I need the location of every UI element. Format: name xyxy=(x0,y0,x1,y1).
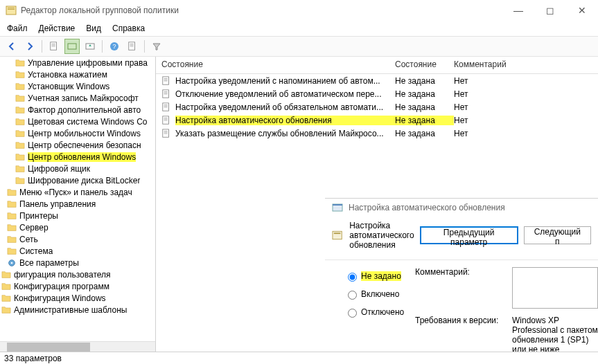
tree-item-label: Все параметры xyxy=(19,258,79,268)
col-header-name[interactable]: Состояние xyxy=(161,60,395,69)
list-row[interactable]: Настройка уведомлений с напоминанием об … xyxy=(156,74,598,87)
tree-item[interactable]: Управление цифровыми права xyxy=(0,57,155,69)
tool-icon-1[interactable] xyxy=(46,39,62,54)
tree-item[interactable]: Сервер xyxy=(0,221,155,233)
tree-item[interactable]: Сеть xyxy=(0,233,155,245)
list-pane: Состояние Состояние Комментарий Настройк… xyxy=(156,57,598,352)
menu-help[interactable]: Справка xyxy=(112,24,145,33)
cell-name: Настройка уведомлений об обязательном ав… xyxy=(175,102,395,112)
folder-icon xyxy=(15,176,25,185)
requirements-value: Windows XP Professional с пакетом обновл… xyxy=(512,316,598,352)
tree-item[interactable]: Принтеры xyxy=(0,210,155,221)
cell-comment: Нет xyxy=(454,116,468,125)
settings-icon xyxy=(7,258,17,268)
dialog-heading: Настройка автоматического обновления xyxy=(349,221,414,250)
radio-not-set[interactable]: Не задано xyxy=(344,267,415,285)
folder-icon xyxy=(1,270,11,280)
list-row[interactable]: Настройка уведомлений об обязательном ав… xyxy=(156,100,598,113)
tree-item[interactable]: Фактор дополнительной авто xyxy=(0,104,155,116)
list-row[interactable]: Отключение уведомлений об автоматическом… xyxy=(156,87,598,100)
toolbar: ? xyxy=(0,36,598,57)
policy-icon xyxy=(161,89,171,99)
menu-view[interactable]: Вид xyxy=(86,24,101,33)
radio-disabled[interactable]: Отключено xyxy=(344,303,415,321)
dialog-wintitle: Настройка автоматического обновления xyxy=(349,203,505,212)
tree-item-label: Учетная запись Майкрософт xyxy=(28,93,139,103)
tree-item[interactable]: Учетная запись Майкрософт xyxy=(0,92,155,104)
tree-item[interactable]: Административные шаблоны xyxy=(0,304,155,316)
svg-rect-8 xyxy=(8,9,15,10)
tree-item-label: фигурация пользователя xyxy=(14,270,111,280)
folder-icon xyxy=(7,235,17,244)
col-header-comment[interactable]: Комментарий xyxy=(454,60,507,69)
help-icon[interactable]: ? xyxy=(107,39,122,54)
forward-button[interactable] xyxy=(22,39,37,54)
tree-item[interactable]: фигурация пользователя xyxy=(0,269,155,280)
list-row[interactable]: Настройка автоматического обновленияНе з… xyxy=(156,113,598,127)
dialog-title-icon xyxy=(332,202,343,213)
tree-item[interactable]: Шифрование диска BitLocker xyxy=(0,174,155,186)
status-count: 33 параметров xyxy=(4,354,62,363)
tree-item-label: Установка нажатием xyxy=(28,70,107,80)
tree-item[interactable]: Панель управления xyxy=(0,198,155,210)
folder-icon xyxy=(15,105,25,115)
folder-icon xyxy=(7,188,17,197)
tree-item-label: Конфигурация программ xyxy=(14,282,109,291)
minimize-button[interactable]: — xyxy=(502,0,534,21)
folder-icon xyxy=(15,152,25,162)
tree-item[interactable]: Цветовая система Windows Co xyxy=(0,116,155,127)
menubar: Файл Действие Вид Справка xyxy=(0,21,598,36)
cell-comment: Нет xyxy=(454,76,468,86)
menu-action[interactable]: Действие xyxy=(39,24,76,33)
tree-item[interactable]: Конфигурация программ xyxy=(0,280,155,292)
tree-item[interactable]: Меню «Пуск» и панель задач xyxy=(0,186,155,198)
folder-icon xyxy=(7,223,17,233)
close-button[interactable]: ✕ xyxy=(566,0,598,21)
comment-textbox[interactable] xyxy=(512,267,598,309)
tree-item-label: Сервер xyxy=(19,223,49,233)
col-header-state[interactable]: Состояние xyxy=(395,60,454,69)
folder-icon xyxy=(15,58,25,68)
policy-icon xyxy=(161,116,171,125)
folder-icon xyxy=(15,117,25,127)
tree-item[interactable]: Система xyxy=(0,245,155,257)
cell-comment: Нет xyxy=(454,102,468,112)
tool-icon-2[interactable] xyxy=(64,39,80,54)
tree-item-label: Центр мобильности Windows xyxy=(28,129,141,138)
next-param-button[interactable]: Следующий п xyxy=(524,226,591,244)
folder-icon xyxy=(15,129,25,138)
policy-icon xyxy=(161,76,171,86)
tree-item-label: Цветовая система Windows Co xyxy=(28,117,148,127)
cell-state: Не задана xyxy=(395,76,454,86)
folder-icon xyxy=(7,211,17,221)
tree-item-label: Административные шаблоны xyxy=(14,305,127,315)
tree-item[interactable]: Установщик Windows xyxy=(0,80,155,92)
filter-icon[interactable] xyxy=(149,39,164,54)
folder-icon xyxy=(1,293,11,303)
list-row[interactable]: Указать размещение службы обновлений Май… xyxy=(156,127,598,140)
maximize-button[interactable]: ◻ xyxy=(534,0,566,21)
tree-item-label: Шифрование диска BitLocker xyxy=(28,176,140,185)
tree-item[interactable]: Центр обеспечения безопасн xyxy=(0,139,155,151)
folder-icon xyxy=(7,246,17,256)
folder-icon xyxy=(15,93,25,103)
tree-item[interactable]: Центр мобильности Windows xyxy=(0,127,155,139)
radio-enabled[interactable]: Включено xyxy=(344,285,415,303)
menu-file[interactable]: Файл xyxy=(7,24,28,33)
tree-item[interactable]: Центр обновления Windows xyxy=(0,151,155,163)
statusbar: 33 параметров xyxy=(0,352,598,364)
tree-item[interactable]: Конфигурация Windows xyxy=(0,292,155,304)
tree-item[interactable]: Цифровой ящик xyxy=(0,163,155,174)
cell-name: Настройка автоматического обновления xyxy=(175,116,395,125)
tree-hscroll[interactable] xyxy=(0,341,155,352)
tree-item[interactable]: Все параметры xyxy=(0,257,155,269)
tree-item-label: Конфигурация Windows xyxy=(14,293,106,303)
svg-rect-9 xyxy=(68,44,76,49)
tree-pane: Управление цифровыми праваУстановка нажа… xyxy=(0,57,156,352)
tree-item-label: Установщик Windows xyxy=(28,82,109,91)
tool-icon-5[interactable] xyxy=(125,39,140,54)
back-button[interactable] xyxy=(4,39,19,54)
prev-param-button[interactable]: Предыдущий параметр xyxy=(420,226,518,244)
tool-icon-3[interactable] xyxy=(82,39,98,54)
tree-item[interactable]: Установка нажатием xyxy=(0,69,155,80)
